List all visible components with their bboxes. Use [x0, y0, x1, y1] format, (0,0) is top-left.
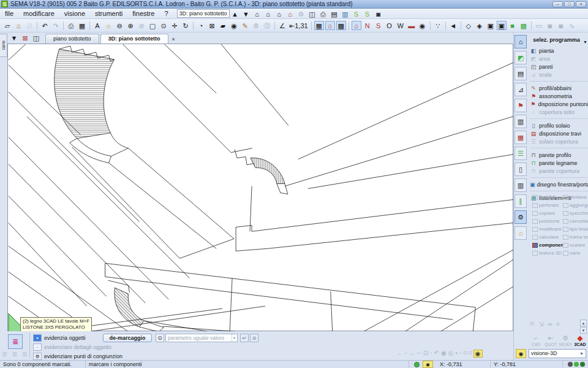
undo-icon[interactable]: ↶ [40, 21, 50, 30]
program-item-disposizione-travi[interactable]: ▤disposizione travi [530, 129, 588, 137]
print-icon[interactable]: ⎙ [66, 21, 76, 30]
strip-assonometria-icon[interactable]: ⚑ [514, 99, 527, 112]
strip-area-icon[interactable]: ◩ [514, 51, 527, 64]
tab-close-icon[interactable]: × [170, 36, 179, 44]
view-option-icon[interactable]: ↶ [434, 350, 439, 358]
mark-pen-icon[interactable]: ✎ [240, 21, 250, 30]
eye-house-icon[interactable]: ◉ [418, 21, 428, 30]
highlight-option-2[interactable]: ~evidenziare dettagli oggetto [33, 343, 111, 351]
command-componenti[interactable]: componenti [532, 241, 563, 249]
camera-settings-icon[interactable]: ◙ [556, 21, 566, 30]
program-item-area[interactable]: ◩area [530, 55, 588, 63]
program-selector-header[interactable]: selez. programma▼ [530, 36, 587, 45]
tab-list-icon[interactable]: ▼ [9, 34, 19, 42]
roof-visible-icon[interactable]: ⌂ [325, 21, 335, 30]
program-item-assonometria[interactable]: ⚑assonometria [530, 92, 588, 100]
dxf-export-icon[interactable]: Ⓓ [262, 21, 272, 30]
shaded-cube-icon[interactable]: ■ [508, 21, 518, 30]
menu-modificare[interactable]: modificare [18, 9, 59, 18]
plan-selector-combo[interactable]: 3D: piano sottotetto [177, 9, 230, 18]
close-button[interactable]: × [576, 1, 586, 7]
menu-visione[interactable]: visione [59, 9, 90, 18]
view-option-icon[interactable]: ↔ [409, 350, 415, 358]
auto-side-tab[interactable]: auto [0, 34, 7, 57]
clip-box-icon[interactable]: ⊠ [207, 21, 217, 30]
storey-icon-3[interactable]: ⌂ [274, 9, 284, 18]
mode-3cad[interactable]: ◆3CAD [573, 334, 587, 347]
menu-file[interactable]: file [0, 9, 18, 18]
maximize-button[interactable]: □ [564, 1, 575, 7]
program-item-parete-copertura[interactable]: ⊓parete copertura [530, 167, 588, 175]
mode-quot[interactable]: ⇤QUOT [543, 334, 558, 347]
program-item-pareti[interactable]: ◰pareti [530, 63, 588, 71]
strip-house-eye-icon[interactable]: ⌂ [514, 226, 527, 240]
view-south-icon[interactable]: S [374, 21, 383, 30]
storey-icon-1[interactable]: ⌂ [252, 9, 262, 18]
textured-cube-icon[interactable]: ▩ [519, 21, 529, 30]
view-visibility-eye-button[interactable]: ◉ [516, 349, 526, 358]
solid-view-icon[interactable]: ▬ [407, 21, 417, 30]
sema-data-next-icon[interactable]: S [363, 9, 372, 18]
view-option-icon[interactable]: ▫ [430, 350, 432, 358]
zoom-page-icon[interactable]: ▢ [148, 21, 157, 30]
gear-page-icon[interactable]: ⚙ [296, 9, 306, 18]
grid-visible-icon[interactable]: ▦ [314, 21, 324, 30]
zoom-previous-icon[interactable]: ⊘ [137, 21, 146, 30]
wire-cube-4-icon[interactable]: ▣ [497, 21, 507, 30]
zoom-out-icon[interactable]: ⊖ [115, 21, 124, 30]
rotate-view-icon[interactable]: ↻ [181, 21, 190, 30]
program-item-copertura-tetto[interactable]: ⌂copertura tetto [530, 108, 588, 116]
print-layout-icon[interactable]: ▦ [77, 21, 87, 30]
program-item-profili-abbaini[interactable]: ✎profili/abbaini [530, 84, 588, 92]
minimize-button[interactable]: – [552, 1, 563, 7]
parameter-search-input[interactable]: parametro uguale valore▾ [165, 334, 238, 342]
wizard-house-icon[interactable]: ⌂ [13, 21, 23, 30]
wizard-2-icon[interactable]: ⍁ [24, 21, 34, 30]
clipboard-icon[interactable]: ▤ [330, 9, 339, 18]
open-icon[interactable]: ▱ [2, 21, 12, 30]
tool-gear-icon[interactable]: ⚙ [251, 21, 261, 30]
pan-icon[interactable]: ✛ [170, 21, 179, 30]
search-param-icon[interactable]: ⊙ [250, 334, 258, 342]
path-animation-icon[interactable]: ∿ [567, 21, 577, 30]
dim-measure-icon[interactable]: ⇤1,31 [288, 21, 309, 30]
wire-cube-3-icon[interactable]: ▣ [486, 21, 496, 30]
drawing-canvas[interactable]: (2) legno 3CAD LE tavole M+F LISTONE 3X5… [7, 44, 513, 331]
section-plane-icon[interactable]: ▰ [218, 21, 228, 30]
view-option-icon[interactable]: ⌑ [464, 350, 467, 358]
redo-icon[interactable]: ↷ [51, 21, 61, 30]
visibility-icon[interactable]: ◉ [229, 21, 239, 30]
text-settings-icon[interactable]: A [92, 21, 102, 30]
sema-data-up-icon[interactable]: S [352, 9, 361, 18]
plan-down-icon[interactable]: ▼ [241, 9, 251, 18]
strip-travi-icon[interactable]: ▦ [514, 131, 527, 144]
view-east-icon[interactable]: O [385, 21, 394, 30]
program-item-pianta[interactable]: ◧pianta [530, 47, 588, 55]
split-view-icon[interactable]: ◫ [31, 34, 41, 42]
view-option-icon[interactable]: ▫ [459, 350, 462, 358]
view-option-icon[interactable]: ▫▫ [417, 350, 421, 358]
storey-icon-2[interactable]: ⌂ [263, 9, 273, 18]
tab-piano-sottotetto[interactable]: piano sottotetto [45, 34, 99, 44]
program-item-profilo-solaio[interactable]: ▯profilo solaio [530, 121, 588, 129]
program-item-scale[interactable]: ⊿scale [530, 71, 588, 79]
zoom-in-icon[interactable]: ⊕ [126, 21, 135, 30]
scroll-up-button[interactable]: ▲ [580, 320, 587, 326]
program-item-parete-profilo[interactable]: ⊓parete profilo [530, 151, 588, 159]
mode-cad[interactable]: ⌐CAD [529, 334, 543, 347]
program-item-disegno-finestra-porta[interactable]: ▣disegno finestra/porta [530, 180, 588, 188]
view-option-icon[interactable]: ⌑ [469, 350, 472, 358]
view-option-icon[interactable]: ▪ [455, 350, 458, 358]
view-option-icon[interactable]: ← [397, 350, 403, 358]
window-link-icon[interactable]: ◫ [307, 9, 317, 18]
strip-pianta-icon[interactable]: ⌂ [514, 35, 527, 48]
mode-mcad[interactable]: ⚙MCAD [558, 334, 573, 347]
eye-highlight-icon[interactable]: ◉ [473, 350, 483, 358]
camera-icon[interactable]: ◙ [545, 21, 555, 30]
menu-strumenti[interactable]: strumenti [90, 9, 127, 18]
view-option-icon[interactable]: ◎ [448, 350, 454, 358]
view-option-icon[interactable]: ⊡ [423, 350, 428, 358]
view-west-icon[interactable]: W [396, 21, 405, 30]
menu-help[interactable]: ? [159, 9, 173, 18]
menu-finestre[interactable]: finestre [127, 9, 159, 18]
